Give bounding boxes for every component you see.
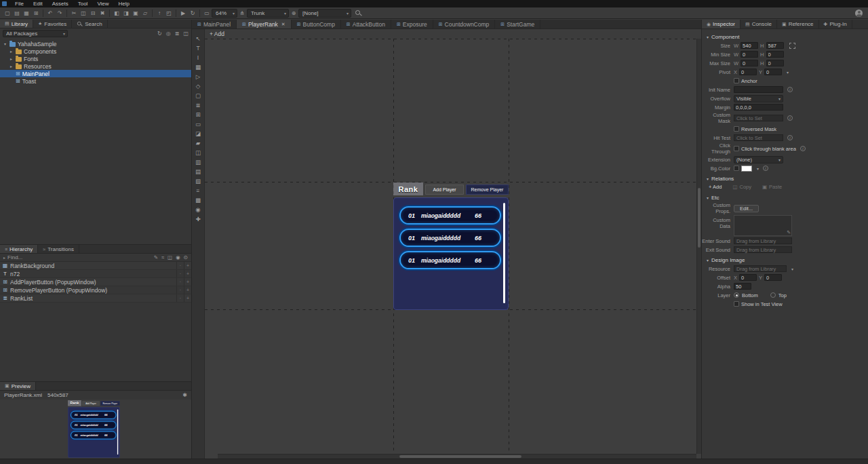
section-etc[interactable]: Etc [702,193,868,201]
ungroup-icon[interactable]: ▱ [140,9,150,18]
layer-bottom-radio[interactable] [734,292,739,298]
richtext-tool[interactable]: ▧ [193,178,203,185]
pivot-x-input[interactable] [739,69,757,75]
offset-x-input[interactable] [739,274,757,281]
add-relation-button[interactable]: + Add [709,184,722,190]
tree-item-fonts[interactable]: Fonts [0,55,191,62]
tab-library[interactable]: ▤ Library [0,20,33,28]
table-tool[interactable]: ▩ [193,197,203,204]
tab-inspector[interactable]: ◉ Inspector [702,20,741,28]
refresh-icon[interactable]: ↻ [157,31,162,37]
info-icon[interactable] [787,87,793,92]
rank-row[interactable]: 01 miaogaiddddd 66 [399,229,501,247]
transition-icon[interactable]: ≈ [161,254,164,260]
alpha-input[interactable] [734,283,751,290]
layer-top-radio[interactable] [770,292,776,298]
tab-plugin[interactable]: ✚ Plug-In [819,20,852,28]
max-width-input[interactable] [741,60,758,66]
tab-transitions[interactable]: ≈ Transitions [38,245,79,253]
color-swatch[interactable] [741,166,752,172]
controller-cell[interactable] [176,286,184,294]
click-through-checkbox[interactable] [734,146,739,151]
menu-help[interactable]: Help [114,0,134,7]
copy-relations-button[interactable]: ◫ Copy [732,184,751,190]
menu-file[interactable]: File [10,0,28,7]
anchor-tool[interactable]: ✚ [193,216,203,223]
paste-relations-button[interactable]: ▣ Paste [762,184,782,190]
tab-search[interactable]: Search [72,20,107,28]
edit-icon[interactable]: ✎ [787,230,791,235]
text-tool[interactable]: T [193,45,203,52]
save-icon[interactable]: ▦ [22,9,31,18]
graph-tool[interactable]: ◇ [193,83,203,90]
tab-console[interactable]: ▤ Console [741,20,777,28]
rank-row[interactable]: 01 miaogaiddddd 66 [399,206,501,225]
tree-item-components[interactable]: Components [0,47,191,55]
init-name-input[interactable] [734,86,783,93]
expand-caret[interactable] [9,64,14,69]
free-size-icon[interactable] [789,43,795,49]
controller-cell[interactable] [176,278,184,286]
resource-field[interactable]: Drag from Library [734,265,787,272]
menu-edit[interactable]: Edit [28,0,47,7]
button-tool[interactable]: ▭ [193,121,203,128]
scrollbar-thumb[interactable] [698,188,701,248]
offset-y-input[interactable] [764,274,782,281]
chevron-down-icon[interactable] [791,267,793,271]
chevron-down-icon[interactable] [787,70,789,75]
publish-icon[interactable]: ↑ [155,9,164,18]
show-in-test-view-checkbox[interactable] [734,301,739,307]
custom-data-textarea[interactable]: ✎ [734,215,792,236]
copy-icon[interactable]: ◫ [167,254,172,260]
add-button[interactable]: + Add [210,31,224,37]
canvas[interactable]: Rank Add Player Remove Player 01 miaogai… [205,39,701,459]
expand-caret[interactable] [3,41,7,46]
expand-caret[interactable] [9,56,14,61]
menu-view[interactable]: View [92,0,113,7]
tab-favorites[interactable]: ★ Favorites [33,20,72,28]
movieclip-tool[interactable]: ▷ [193,73,203,80]
edit-icon[interactable]: ✎ [154,254,158,260]
tree-item-yahahasample[interactable]: YahahaSample [0,40,191,47]
scrollbar-thumb[interactable] [399,455,521,458]
section-design-image[interactable]: Design Image [702,256,868,264]
controller-cell[interactable] [176,294,184,302]
edit-custom-props-button[interactable]: Edit... [734,205,759,212]
combobox-tool[interactable]: ▤ [193,168,203,175]
add-player-button[interactable]: Add Player [425,185,464,195]
info-icon[interactable] [800,146,806,151]
custom-mask-field[interactable]: Click to Set [734,115,783,121]
redo-icon[interactable]: ↷ [55,9,64,18]
list-tool[interactable]: ≣ [193,102,203,109]
add-gear-cell[interactable] [184,270,191,277]
min-height-input[interactable] [766,51,784,58]
doc-tab-startgame[interactable]: ⊞ StartGame [495,20,540,28]
package-filter-select[interactable]: All Packages [3,30,68,37]
undo-icon[interactable]: ↶ [45,9,55,18]
max-height-input[interactable] [766,60,784,66]
controller-cell[interactable] [176,262,184,269]
label-tool[interactable]: ◪ [193,130,203,137]
tree-item-resources[interactable]: Resources [0,62,191,70]
tree-item-mainpanel[interactable]: ⊞ MainPanel [0,70,191,77]
section-relations[interactable]: Relations [702,174,868,182]
extension-select[interactable]: (None) [734,156,783,163]
bg-color-checkbox[interactable] [734,166,739,171]
new-file-icon[interactable]: ▢ [3,9,12,18]
controller-cell[interactable] [176,270,184,277]
loop-icon[interactable]: ↻ [188,9,197,18]
component-tool[interactable]: ⊞ [193,111,203,118]
add-gear-cell[interactable] [184,294,191,302]
loader-tool[interactable]: ▢ [193,92,203,99]
size-width-input[interactable] [741,42,758,49]
move-down-icon[interactable]: ◨ [121,9,131,18]
hierarchy-item-rankbackground[interactable]: ▦ RankBackground [0,262,191,270]
hierarchy-item-n72[interactable]: T n72 [0,270,191,278]
stage-component[interactable]: Rank Add Player Remove Player 01 miaogai… [393,182,509,310]
margin-input[interactable] [734,104,783,111]
tab-preview[interactable]: ▣ Preview [0,382,36,390]
tab-hierarchy[interactable]: ≡ Hierarchy [0,245,38,253]
info-icon[interactable] [787,115,793,121]
add-gear-cell[interactable] [184,262,191,269]
stage-title[interactable]: Rank [393,182,423,195]
